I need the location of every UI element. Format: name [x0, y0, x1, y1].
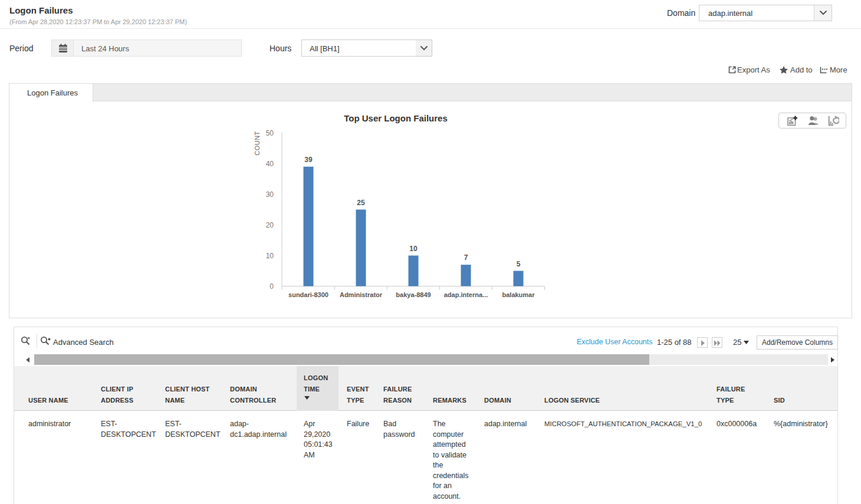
- svg-text:20: 20: [266, 221, 274, 229]
- svg-text:COUNT: COUNT: [254, 131, 261, 156]
- svg-text:0: 0: [270, 282, 274, 291]
- svg-text:7: 7: [464, 253, 468, 262]
- svg-text:Administrator: Administrator: [340, 291, 383, 298]
- svg-text:sundari-8300: sundari-8300: [288, 291, 328, 298]
- svg-text:30: 30: [266, 190, 274, 199]
- svg-text:40: 40: [266, 160, 274, 168]
- svg-text:10: 10: [409, 245, 418, 253]
- svg-text:bakya-8849: bakya-8849: [396, 291, 431, 298]
- svg-text:25: 25: [357, 199, 365, 207]
- svg-text:10: 10: [266, 252, 274, 260]
- svg-text:39: 39: [304, 156, 313, 164]
- svg-text:5: 5: [517, 260, 521, 268]
- svg-text:50: 50: [266, 129, 274, 137]
- svg-text:adap.interna...: adap.interna...: [444, 291, 488, 298]
- svg-text:balakumar: balakumar: [502, 291, 535, 298]
